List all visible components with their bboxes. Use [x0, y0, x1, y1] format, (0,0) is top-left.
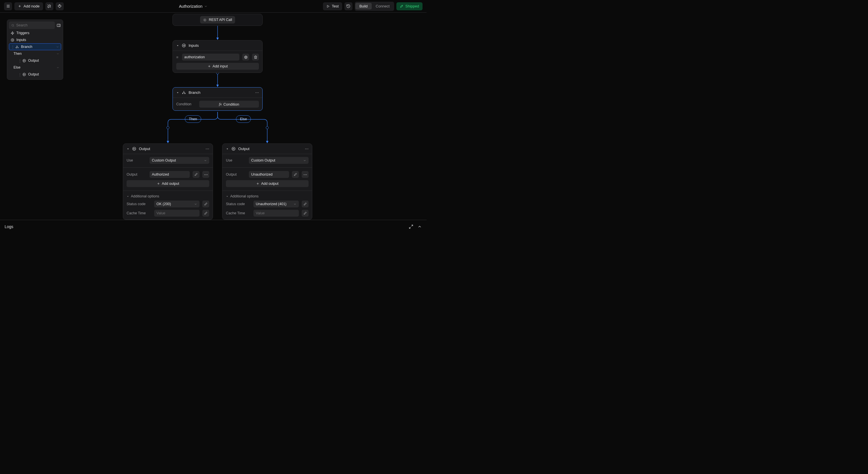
add-node-button[interactable]: Add node	[14, 2, 43, 10]
svg-marker-6	[327, 5, 329, 7]
shipped-button[interactable]: Shipped	[396, 2, 423, 10]
svg-marker-40	[127, 196, 129, 197]
svg-marker-46	[226, 196, 228, 197]
magic-button[interactable]	[45, 2, 53, 10]
connector-dot[interactable]	[266, 126, 269, 129]
caret-down-icon[interactable]	[226, 148, 229, 150]
svg-point-34	[185, 93, 185, 94]
fx-icon: fx	[219, 102, 222, 106]
tree-item-branch[interactable]: ⋮⋮ Branch	[9, 43, 61, 50]
add-input-button[interactable]: Add input	[176, 63, 259, 70]
output-node-else[interactable]: Output ⋯ Use Custom Output Output Unauth…	[222, 144, 312, 220]
tree-item-output-then[interactable]: ⋮⋮ Output	[9, 57, 61, 64]
edit-status-button[interactable]	[203, 200, 209, 208]
tree-item-output-else[interactable]: ⋮⋮ Output	[9, 71, 61, 78]
output-more-button[interactable]: ⋯	[302, 171, 309, 178]
chevron-up-icon[interactable]	[417, 224, 422, 229]
toggle-sidebar-button[interactable]	[4, 2, 12, 10]
tree-item-else[interactable]: Else	[9, 64, 61, 71]
branch-more-button[interactable]: ⋯	[255, 90, 259, 95]
logs-panel[interactable]: Logs	[0, 220, 427, 233]
config-input-button[interactable]	[242, 54, 249, 61]
svg-line-47	[411, 225, 413, 226]
output-title: Output	[139, 147, 150, 151]
output-more-button[interactable]: ⋯	[206, 147, 209, 151]
add-output-button[interactable]: Add output	[127, 180, 209, 187]
output-label: Output	[226, 172, 246, 177]
else-label[interactable]: Else	[236, 115, 251, 123]
svg-marker-35	[127, 148, 129, 149]
rest-api-node[interactable]: REST API Call	[173, 14, 262, 26]
test-button[interactable]: Test	[323, 2, 342, 10]
expand-icon[interactable]	[409, 224, 413, 229]
status-code-select[interactable]: Unauthorized (401)	[253, 200, 299, 208]
canvas[interactable]: Triggers Inputs ⋮⋮ Branch Then ⋮⋮ Output…	[0, 12, 427, 220]
search-icon	[11, 24, 14, 27]
use-select[interactable]: Custom Output	[249, 157, 309, 164]
wand-icon	[47, 4, 51, 8]
bolt-icon	[11, 31, 14, 35]
cache-time-input[interactable]	[253, 210, 299, 217]
plus-icon	[18, 4, 22, 8]
tree-search-input[interactable]	[16, 23, 53, 27]
status-code-select[interactable]: OK (200)	[154, 200, 199, 208]
caret-down-icon[interactable]	[127, 148, 129, 150]
pencil-icon	[293, 173, 297, 176]
svg-line-48	[409, 227, 411, 228]
history-button[interactable]	[344, 2, 352, 10]
sidebar-icon	[57, 23, 61, 28]
svg-point-25	[205, 20, 205, 20]
edit-output-button[interactable]	[193, 171, 199, 178]
svg-marker-15	[11, 32, 14, 35]
tag-button[interactable]	[56, 2, 64, 10]
connector-dot[interactable]	[166, 126, 169, 129]
cache-time-input[interactable]	[154, 210, 199, 217]
condition-button[interactable]: fx Condition	[199, 101, 259, 107]
tree-search[interactable]	[9, 22, 55, 29]
edit-status-button[interactable]	[302, 200, 309, 208]
svg-marker-26	[177, 45, 179, 46]
drag-handle-icon[interactable]: ⋮⋮	[11, 45, 13, 49]
history-icon	[346, 4, 350, 8]
tree-item-then[interactable]: Then	[9, 50, 61, 57]
output-more-button[interactable]: ⋯	[203, 171, 209, 178]
then-label[interactable]: Then	[185, 115, 201, 123]
shipped-label: Shipped	[405, 4, 419, 8]
pencil-icon	[204, 202, 208, 206]
drag-handle-icon[interactable]: ⋮⋮	[18, 72, 20, 76]
output-more-button[interactable]: ⋯	[305, 147, 309, 151]
use-select[interactable]: Custom Output	[150, 157, 209, 164]
delete-input-button[interactable]	[252, 54, 259, 61]
output-value-field[interactable]: Unauthorized	[249, 171, 289, 178]
drag-handle-icon[interactable]: ⋮⋮	[18, 59, 20, 63]
edit-output-button[interactable]	[292, 171, 299, 178]
branch-node[interactable]: Branch ⋯ Condition fx Condition	[173, 87, 262, 111]
rocket-icon	[400, 4, 404, 8]
edit-cache-button[interactable]	[302, 210, 309, 217]
use-label: Use	[226, 158, 246, 162]
inputs-title: Inputs	[189, 43, 198, 48]
svg-point-29	[245, 57, 246, 57]
chevron-down-icon	[56, 66, 59, 69]
target-icon	[203, 18, 207, 22]
edit-cache-button[interactable]	[203, 210, 209, 217]
additional-options-toggle[interactable]: Additional options	[226, 194, 309, 198]
tree-collapse-button[interactable]	[56, 22, 61, 29]
svg-point-33	[183, 93, 183, 94]
title-group[interactable]: Authorization	[179, 4, 208, 9]
caret-down-icon[interactable]	[176, 91, 179, 94]
output-node-then[interactable]: Output ⋯ Use Custom Output Output Author…	[123, 144, 213, 220]
connect-tab[interactable]: Connect	[372, 3, 394, 9]
chevron-down-icon	[303, 159, 306, 162]
output-value-field[interactable]: Authorized	[150, 171, 190, 178]
tree-item-inputs[interactable]: Inputs	[9, 36, 61, 43]
tree-item-triggers[interactable]: Triggers	[9, 30, 61, 36]
caret-down-icon[interactable]	[176, 44, 179, 47]
node-tree-panel: Triggers Inputs ⋮⋮ Branch Then ⋮⋮ Output…	[7, 20, 63, 80]
inputs-node[interactable]: Inputs ≡ authorization Add input	[173, 40, 262, 73]
build-tab[interactable]: Build	[355, 3, 372, 9]
input-name-field[interactable]: authorization	[182, 54, 239, 61]
rest-api-label: REST API Call	[209, 18, 232, 22]
add-output-button[interactable]: Add output	[226, 180, 309, 187]
additional-options-toggle[interactable]: Additional options	[127, 194, 209, 198]
